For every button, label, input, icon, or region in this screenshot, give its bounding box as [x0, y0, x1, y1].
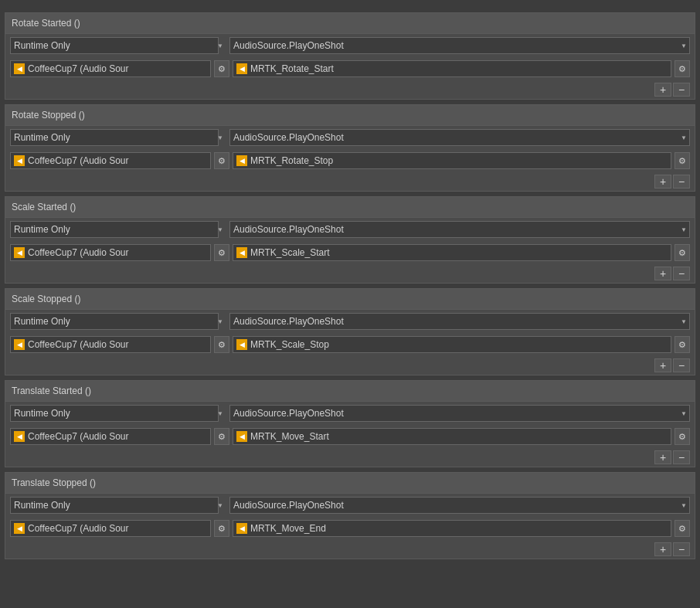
dropdown-left-translate-stopped[interactable]: Runtime Only Editor and Runtime Editor O… [10, 497, 219, 514]
object-settings-btn-translate-stopped[interactable]: ⚙ [214, 520, 229, 537]
dropdown-left-scale-stopped[interactable]: Runtime Only Editor and Runtime Editor O… [10, 313, 219, 330]
object-icon-rotate-started: ◀ [14, 63, 25, 74]
add-btn-rotate-started[interactable]: + [654, 83, 671, 97]
event-row-dropdowns-rotate-stopped: Runtime Only Editor and Runtime Editor O… [5, 126, 695, 149]
dropdown-right-scale-stopped[interactable]: AudioSource.PlayOneShot [229, 313, 690, 330]
dropdown-left-rotate-stopped[interactable]: Runtime Only Editor and Runtime Editor O… [10, 129, 219, 146]
dropdown-right-wrapper-scale-started: AudioSource.PlayOneShot [229, 221, 690, 238]
event-row-dropdowns-scale-started: Runtime Only Editor and Runtime Editor O… [5, 218, 695, 241]
method-text-scale-started: MRTK_Scale_Start [250, 247, 330, 258]
method-icon-translate-started: ◀ [236, 431, 247, 442]
object-row-rotate-stopped: ◀ CoffeeCup7 (Audio Sour ⚙ ◀ MRTK_Rotate… [5, 149, 695, 172]
event-group-scale-stopped: Scale Stopped () Runtime Only Editor and… [5, 288, 695, 375]
event-group-header-translate-stopped: Translate Stopped () [5, 473, 695, 494]
remove-btn-rotate-started[interactable]: − [673, 83, 690, 97]
object-field-rotate-started[interactable]: ◀ CoffeeCup7 (Audio Sour [10, 60, 211, 77]
event-group-header-scale-started: Scale Started () [5, 197, 695, 218]
method-field-rotate-stopped[interactable]: ◀ MRTK_Rotate_Stop [233, 152, 671, 169]
add-btn-rotate-stopped[interactable]: + [654, 175, 671, 189]
add-remove-row-rotate-started: + − [5, 80, 695, 99]
object-field-translate-stopped[interactable]: ◀ CoffeeCup7 (Audio Sour [10, 520, 211, 537]
object-row-rotate-started: ◀ CoffeeCup7 (Audio Sour ⚙ ◀ MRTK_Rotate… [5, 57, 695, 80]
remove-btn-translate-started[interactable]: − [673, 450, 690, 464]
method-settings-btn-rotate-started[interactable]: ⚙ [675, 60, 690, 77]
method-icon-scale-stopped: ◀ [236, 339, 247, 350]
object-field-rotate-stopped[interactable]: ◀ CoffeeCup7 (Audio Sour [10, 152, 211, 169]
dropdown-left-wrapper-scale-stopped: Runtime Only Editor and Runtime Editor O… [10, 313, 226, 330]
remove-btn-translate-stopped[interactable]: − [673, 542, 690, 556]
object-icon-rotate-stopped: ◀ [14, 155, 25, 166]
object-row-translate-started: ◀ CoffeeCup7 (Audio Sour ⚙ ◀ MRTK_Move_S… [5, 425, 695, 448]
dropdown-right-wrapper-scale-stopped: AudioSource.PlayOneShot [229, 313, 690, 330]
method-field-scale-stopped[interactable]: ◀ MRTK_Scale_Stop [233, 336, 671, 353]
object-settings-btn-scale-stopped[interactable]: ⚙ [214, 336, 229, 353]
object-row-scale-stopped: ◀ CoffeeCup7 (Audio Sour ⚙ ◀ MRTK_Scale_… [5, 333, 695, 356]
dropdown-left-rotate-started[interactable]: Runtime Only Editor and Runtime Editor O… [10, 37, 219, 54]
dropdown-left-translate-started[interactable]: Runtime Only Editor and Runtime Editor O… [10, 405, 219, 422]
method-field-rotate-started[interactable]: ◀ MRTK_Rotate_Start [233, 60, 671, 77]
event-row-dropdowns-translate-stopped: Runtime Only Editor and Runtime Editor O… [5, 494, 695, 517]
object-settings-btn-scale-started[interactable]: ⚙ [214, 244, 229, 261]
dropdown-right-wrapper-translate-started: AudioSource.PlayOneShot [229, 405, 690, 422]
dropdown-right-rotate-started[interactable]: AudioSource.PlayOneShot [229, 37, 690, 54]
object-icon-translate-started: ◀ [14, 431, 25, 442]
method-text-rotate-stopped: MRTK_Rotate_Stop [250, 155, 333, 166]
method-settings-btn-scale-stopped[interactable]: ⚙ [675, 336, 690, 353]
events-title [5, 5, 695, 12]
method-field-scale-started[interactable]: ◀ MRTK_Scale_Start [233, 244, 671, 261]
method-text-scale-stopped: MRTK_Scale_Stop [250, 339, 329, 350]
event-group-header-rotate-stopped: Rotate Stopped () [5, 105, 695, 126]
dropdown-right-wrapper-rotate-stopped: AudioSource.PlayOneShot [229, 129, 690, 146]
add-remove-row-translate-stopped: + − [5, 540, 695, 559]
dropdown-right-translate-started[interactable]: AudioSource.PlayOneShot [229, 405, 690, 422]
object-settings-btn-translate-started[interactable]: ⚙ [214, 428, 229, 445]
events-container: Rotate Started () Runtime Only Editor an… [5, 12, 695, 559]
method-field-translate-stopped[interactable]: ◀ MRTK_Move_End [233, 520, 671, 537]
method-icon-rotate-stopped: ◀ [236, 155, 247, 166]
dropdown-right-rotate-stopped[interactable]: AudioSource.PlayOneShot [229, 129, 690, 146]
remove-btn-scale-stopped[interactable]: − [673, 358, 690, 372]
dropdown-right-scale-started[interactable]: AudioSource.PlayOneShot [229, 221, 690, 238]
method-text-translate-stopped: MRTK_Move_End [250, 523, 326, 534]
event-group-header-rotate-started: Rotate Started () [5, 13, 695, 34]
method-settings-btn-rotate-stopped[interactable]: ⚙ [675, 152, 690, 169]
method-settings-btn-translate-started[interactable]: ⚙ [675, 428, 690, 445]
add-remove-row-translate-started: + − [5, 448, 695, 467]
object-settings-btn-rotate-started[interactable]: ⚙ [214, 60, 229, 77]
dropdown-right-translate-stopped[interactable]: AudioSource.PlayOneShot [229, 497, 690, 514]
dropdown-right-wrapper-rotate-started: AudioSource.PlayOneShot [229, 37, 690, 54]
event-row-dropdowns-rotate-started: Runtime Only Editor and Runtime Editor O… [5, 34, 695, 57]
object-field-scale-started[interactable]: ◀ CoffeeCup7 (Audio Sour [10, 244, 211, 261]
object-settings-btn-rotate-stopped[interactable]: ⚙ [214, 152, 229, 169]
object-text-rotate-stopped: CoffeeCup7 (Audio Sour [28, 155, 129, 166]
dropdown-left-wrapper-rotate-stopped: Runtime Only Editor and Runtime Editor O… [10, 129, 226, 146]
event-group-rotate-stopped: Rotate Stopped () Runtime Only Editor an… [5, 104, 695, 192]
add-btn-scale-stopped[interactable]: + [654, 358, 671, 372]
add-remove-row-scale-stopped: + − [5, 356, 695, 375]
object-row-scale-started: ◀ CoffeeCup7 (Audio Sour ⚙ ◀ MRTK_Scale_… [5, 241, 695, 264]
object-icon-translate-stopped: ◀ [14, 523, 25, 534]
events-panel: Rotate Started () Runtime Only Editor an… [0, 0, 700, 569]
add-btn-scale-started[interactable]: + [654, 267, 671, 280]
add-remove-row-scale-started: + − [5, 264, 695, 283]
dropdown-left-scale-started[interactable]: Runtime Only Editor and Runtime Editor O… [10, 221, 219, 238]
add-btn-translate-started[interactable]: + [654, 450, 671, 464]
object-field-scale-stopped[interactable]: ◀ CoffeeCup7 (Audio Sour [10, 336, 211, 353]
remove-btn-rotate-stopped[interactable]: − [673, 175, 690, 189]
method-settings-btn-scale-started[interactable]: ⚙ [675, 244, 690, 261]
method-settings-btn-translate-stopped[interactable]: ⚙ [675, 520, 690, 537]
dropdown-left-wrapper-translate-stopped: Runtime Only Editor and Runtime Editor O… [10, 497, 226, 514]
dropdown-left-wrapper-scale-started: Runtime Only Editor and Runtime Editor O… [10, 221, 226, 238]
method-text-translate-started: MRTK_Move_Start [250, 431, 329, 442]
dropdown-left-wrapper-rotate-started: Runtime Only Editor and Runtime Editor O… [10, 37, 226, 54]
event-row-dropdowns-translate-started: Runtime Only Editor and Runtime Editor O… [5, 402, 695, 425]
object-text-scale-started: CoffeeCup7 (Audio Sour [28, 247, 129, 258]
event-row-dropdowns-scale-stopped: Runtime Only Editor and Runtime Editor O… [5, 310, 695, 333]
object-text-translate-started: CoffeeCup7 (Audio Sour [28, 431, 129, 442]
object-text-scale-stopped: CoffeeCup7 (Audio Sour [28, 339, 129, 350]
method-field-translate-started[interactable]: ◀ MRTK_Move_Start [233, 428, 671, 445]
add-btn-translate-stopped[interactable]: + [654, 542, 671, 556]
remove-btn-scale-started[interactable]: − [673, 267, 690, 280]
event-group-translate-stopped: Translate Stopped () Runtime Only Editor… [5, 472, 695, 559]
object-field-translate-started[interactable]: ◀ CoffeeCup7 (Audio Sour [10, 428, 211, 445]
